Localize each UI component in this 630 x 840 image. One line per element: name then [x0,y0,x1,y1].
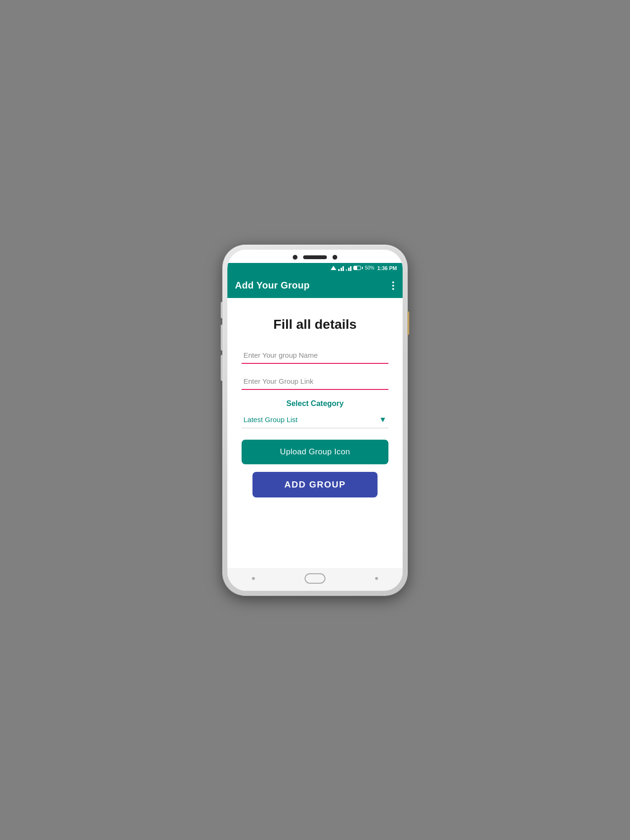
recents-button[interactable] [375,577,378,580]
page-heading: Fill all details [273,317,357,332]
signal-icon-2 [346,265,351,271]
back-button[interactable] [252,577,255,580]
chevron-down-icon: ▼ [379,415,387,424]
select-category-label: Select Category [242,399,388,408]
group-name-input[interactable] [242,347,388,364]
form-section: Select Category Latest Group List ▼ Uplo… [242,347,388,497]
upload-group-icon-button[interactable]: Upload Group Icon [242,440,388,464]
group-link-input[interactable] [242,373,388,390]
power-button [221,302,223,318]
bottom-nav-bar [227,568,403,591]
more-dot-2 [392,285,394,287]
add-group-button[interactable]: ADD GROUP [252,472,378,497]
app-bar: Add Your Group [227,273,403,298]
battery-percent: 50% [365,265,374,271]
volume-down-button [221,355,223,381]
more-dot-1 [392,281,394,283]
wifi-icon [331,266,336,270]
signal-icon-1 [338,265,344,271]
front-camera [293,255,297,260]
earpiece-speaker [303,255,327,259]
phone-screen: 50% 1:36 PM Add Your Group Fill all deta… [227,250,403,591]
app-bar-title: Add Your Group [235,280,310,291]
home-button[interactable] [305,573,325,584]
more-dot-3 [392,288,394,290]
phone-notch [227,250,403,263]
status-time: 1:36 PM [377,265,397,271]
phone-device: 50% 1:36 PM Add Your Group Fill all deta… [223,245,407,596]
proximity-sensor [333,255,337,260]
battery-icon [353,266,363,270]
category-dropdown[interactable]: Latest Group List ▼ [242,412,388,428]
more-options-button[interactable] [391,280,395,292]
volume-up-button [221,325,223,351]
dropdown-selected-value: Latest Group List [243,415,297,424]
screen-content: Fill all details Select Category Latest … [227,298,403,568]
status-icons: 50% 1:36 PM [331,265,397,271]
status-bar: 50% 1:36 PM [227,263,403,273]
